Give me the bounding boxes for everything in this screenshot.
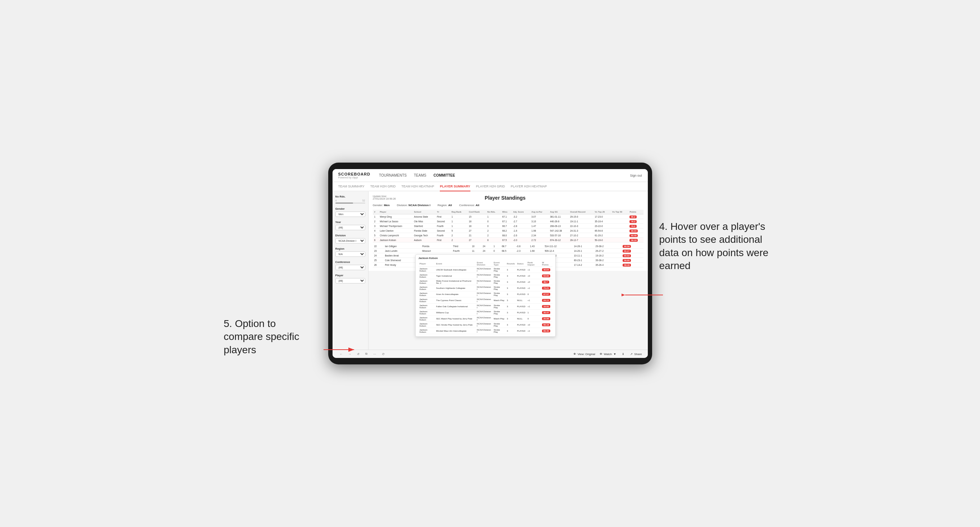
bottom-toolbar: ← → ↺ ⧉ ⋯ ⏱ 👁 View: Original 👁 Watch ▼ ⬇ <box>332 350 648 358</box>
cell-points[interactable]: 86.2 <box>628 214 643 219</box>
cell-school: Ole Miss <box>412 219 436 224</box>
tooltip-cell-division: NCAA Division I <box>476 267 493 271</box>
col-school: School <box>412 210 436 214</box>
tooltip-player-name: Jackson Kolson <box>418 257 552 259</box>
tooltip-cell-rounds: 3 <box>506 267 516 271</box>
tab-player-h2h-grid[interactable]: PLAYER H2H GRID <box>476 182 505 191</box>
tooltip-col-type: Event Type <box>493 261 506 267</box>
cell-vs-top50 <box>611 233 628 238</box>
update-time-label: Update time: <box>373 195 396 197</box>
col-conf-rank: Conf Rank <box>468 210 486 214</box>
nav-bar: SCOREBOARD Powered by clippi TOURNAMENTS… <box>332 169 648 182</box>
update-time-value: 27/01/2024 16:56:26 <box>373 197 396 200</box>
tab-team-summary[interactable]: TEAM SUMMARY <box>338 182 364 191</box>
cell-yr: First <box>436 214 450 219</box>
cell-points[interactable]: 59.95 <box>621 258 643 263</box>
cell-no-rds: 0 <box>486 224 501 229</box>
nav-committee[interactable]: COMMITTEE <box>433 173 455 178</box>
cell-no-rds: 0 <box>486 219 501 224</box>
cell-vs-top50 <box>616 249 622 253</box>
cell-vs-top50 <box>611 219 628 224</box>
nav-teams[interactable]: TEAMS <box>414 173 426 178</box>
sidebar-player-select[interactable]: (All) <box>336 278 365 284</box>
sidebar-no-rds: No Rds. 4 52 <box>336 195 365 203</box>
cell-wins: 66.7 <box>501 224 512 229</box>
cell-overall: 22-10-3 <box>569 224 593 229</box>
cell-points[interactable]: 60.49 <box>628 233 643 238</box>
cell-vs-top50 <box>611 229 628 233</box>
cell-points[interactable]: 60.27 <box>621 249 643 253</box>
cell-points[interactable]: 60.02 <box>621 253 643 258</box>
sidebar-region-label: Region <box>336 247 365 250</box>
cell-points[interactable]: 58.18 <box>628 238 643 243</box>
tooltip-cell-rank: +1 <box>527 267 541 271</box>
tab-player-h2h-heatmap[interactable]: PLAYER H2H HEATMAP <box>511 182 547 191</box>
sidebar-year-select[interactable]: (All) <box>336 225 365 230</box>
cell-rank: 5 <box>373 233 379 238</box>
cell-vs-top25: 50-16-0 <box>593 238 611 243</box>
cell-no-rds: 2 <box>486 229 501 233</box>
cell-avg-to-par: 1.43 <box>529 244 543 249</box>
sidebar-range-bar[interactable] <box>336 203 365 203</box>
cell-rank: 26 <box>373 263 383 267</box>
cell-points[interactable]: 60.58 <box>621 244 643 249</box>
nav-tournaments[interactable]: TOURNAMENTS <box>379 173 407 178</box>
sidebar-conference-select[interactable]: (All) <box>336 265 365 270</box>
toolbar-copy[interactable]: ⧉ <box>364 351 369 357</box>
tooltip-cell-status: PLAYED <box>516 267 527 271</box>
cell-avg-sg: 208-09-13 <box>549 224 569 229</box>
cell-avg-to-par: 2.34 <box>530 233 549 238</box>
sidebar-gender-select[interactable]: Men <box>336 211 365 217</box>
cell-player: Michael Thorbjornsen <box>378 224 412 229</box>
tab-team-h2h-heatmap[interactable]: TEAM H2H HEATMAP <box>401 182 434 191</box>
cell-rank: 1 <box>373 214 379 219</box>
sidebar-gender: Gender Men <box>336 207 365 217</box>
sidebar-region-select[interactable]: N/A <box>336 251 365 257</box>
cell-player: Jack Lundin <box>383 249 421 253</box>
cell-points[interactable]: 76.3 <box>628 219 643 224</box>
cell-vs-top25: 39-38-2 <box>594 258 616 263</box>
cell-vs-top50 <box>616 244 622 249</box>
sidebar-division-select[interactable]: NCAA Division I <box>336 238 365 243</box>
cell-school: Auburn <box>412 238 436 243</box>
cell-points[interactable]: 68.34 <box>628 229 643 233</box>
cell-player: Ian Gilligan <box>383 244 421 249</box>
table-row: 23 Jack Lundin Missouri Fourth 11 24 0 6… <box>373 249 643 253</box>
toolbar-view[interactable]: 👁 View: Original <box>573 352 595 356</box>
cell-points[interactable]: 70.2 <box>628 224 643 229</box>
table-row: 4 Luke Clanton Florida State Second 5 27… <box>373 229 643 233</box>
cell-vs-top25: 26-27-2 <box>594 249 616 253</box>
cell-vs-top25: 29-38-2 <box>594 244 616 249</box>
col-points: Points <box>628 210 643 214</box>
toolbar-more[interactable]: ⋯ <box>372 352 377 357</box>
table-area: Update time: 27/01/2024 16:56:26 Player … <box>369 191 648 271</box>
sidebar-no-rds-label: No Rds. <box>336 195 365 198</box>
toolbar-watch[interactable]: 👁 Watch ▼ <box>600 352 616 356</box>
cell-wins: 68.2 <box>501 229 512 233</box>
toolbar-share[interactable]: ↗ Share <box>630 352 642 356</box>
table-row: 6 Jackson Kolson Auburn First 2 27 8 67.… <box>373 238 643 243</box>
tab-team-h2h-grid[interactable]: TEAM H2H GRID <box>370 182 396 191</box>
col-avg-to-par: Avg to-Par <box>530 210 549 214</box>
cell-rank: 3 <box>373 224 379 229</box>
cell-avg-sg: 440-26-6 <box>549 219 569 224</box>
tab-player-summary[interactable]: PLAYER SUMMARY <box>440 182 470 191</box>
logo-sub: Powered by clippi <box>338 176 370 179</box>
cell-reg-rank: 1 <box>450 219 468 224</box>
cell-reg-rank: 1 <box>450 214 468 219</box>
col-avg-sg: Avg SG <box>549 210 569 214</box>
cell-overall: 29-15-0 <box>569 214 593 219</box>
cell-vs-top50 <box>616 263 622 267</box>
cell-adj-score: -2.3 <box>515 249 529 253</box>
cell-vs-top25: 65-54-6 <box>593 229 611 233</box>
sign-out-link[interactable]: Sign out <box>630 174 642 177</box>
sidebar-no-rds-max: 52 <box>363 199 365 202</box>
toolbar-clock[interactable]: ⏱ <box>380 352 386 357</box>
toolbar-export[interactable]: ⬇ <box>620 352 626 357</box>
cell-points[interactable]: 58.49 <box>621 263 643 267</box>
cell-no-rds: 1 <box>492 244 500 249</box>
tooltip-col-wpoints: W Points <box>541 261 552 267</box>
logo-area: SCOREBOARD Powered by clippi <box>338 172 370 179</box>
cell-avg-sg: 514-111-12 <box>543 244 572 249</box>
col-adj-score: Adj. Score <box>512 210 530 214</box>
